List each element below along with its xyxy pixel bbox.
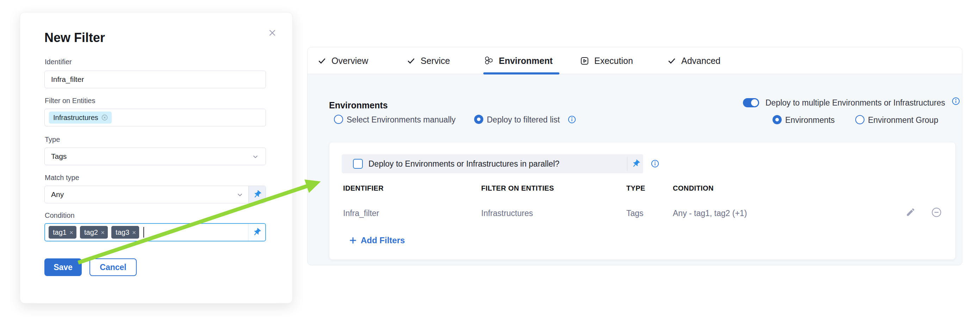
multi-env-toggle[interactable] [743,98,759,107]
identifier-label: Identifier [45,58,72,66]
stage-config-panel: Overview Service Environment [307,47,963,266]
stage-tabbar: Overview Service Environment [307,47,962,74]
type-select[interactable]: Tags [45,147,266,165]
tag-chip[interactable]: tag3 × [111,226,139,239]
parallel-checkbox[interactable] [353,159,363,169]
pushpin-icon [252,228,261,237]
environments-radio[interactable] [773,115,782,124]
deploy-filtered-label: Deploy to filtered list [487,115,560,125]
add-filters-button[interactable]: Add Filters [349,235,405,245]
tab-label: Advanced [681,56,721,66]
add-filters-label: Add Filters [361,235,405,245]
col-header-entities: FILTER ON ENTITIES [481,184,554,192]
condition-input[interactable]: tag1 × tag2 × tag3 × [45,223,266,242]
match-type-pin-button[interactable] [248,186,266,203]
entities-chip[interactable]: Infrastructures [49,112,112,123]
info-icon[interactable] [568,115,576,124]
row-identifier: Infra_filter [343,208,379,218]
parallel-pin-button[interactable] [631,159,640,168]
execution-icon [580,56,589,66]
condition-pin-button[interactable] [248,224,265,241]
identifier-input[interactable] [45,70,266,88]
environments-radio-label: Environments [785,115,835,125]
type-select-value: Tags [51,152,67,161]
pushpin-icon [253,190,262,199]
edit-filter-button[interactable] [906,207,916,217]
cancel-button[interactable]: Cancel [89,258,137,276]
col-header-identifier: IDENTIFIER [343,184,383,192]
col-header-type: TYPE [626,184,645,192]
tag-remove-icon[interactable]: × [69,229,73,236]
check-icon [317,56,326,65]
tab-label: Service [421,56,450,66]
entities-label: Filter on Entities [45,96,95,105]
environment-group-radio-label: Environment Group [868,115,938,125]
tag-remove-icon[interactable]: × [132,229,136,236]
condition-label: Condition [45,211,75,219]
tab-environment[interactable]: Environment [484,47,553,74]
entities-chip-label: Infrastructures [53,114,98,122]
environment-icon [484,56,494,66]
row-entities: Infrastructures [481,208,533,218]
tab-service[interactable]: Service [407,47,450,74]
row-type: Tags [626,208,644,218]
tab-overview[interactable]: Overview [317,47,368,74]
select-manually-label: Select Environments manually [347,115,455,125]
divider [627,157,627,171]
tag-chip[interactable]: tag1 × [49,226,76,239]
environment-group-radio[interactable] [855,115,864,124]
tab-advanced[interactable]: Advanced [667,47,721,74]
tag-chip[interactable]: tag2 × [80,226,108,239]
match-type-label: Match type [45,173,79,182]
tag-remove-icon[interactable]: × [101,229,105,236]
match-type-select-value: Any [51,190,64,199]
page: New Filter Identifier Filter on Entities… [0,0,980,317]
parallel-info-icon[interactable] [651,159,659,168]
toggle-knob [751,99,758,106]
plus-icon [349,236,357,245]
text-caret [143,227,144,238]
entities-input[interactable]: Infrastructures [45,109,266,126]
filters-card: Deploy to Environments or Infrastructure… [329,142,956,260]
modal-title: New Filter [45,31,105,45]
save-button[interactable]: Save [45,258,82,276]
check-icon [667,56,676,65]
environments-heading: Environments [329,99,388,111]
check-icon [407,56,416,65]
tag-label: tag3 [116,228,129,237]
multi-env-toggle-label: Deploy to multiple Environments or Infra… [765,98,945,108]
new-filter-modal: New Filter Identifier Filter on Entities… [20,12,293,304]
close-icon [267,27,278,38]
active-tab-underline [483,72,559,74]
chip-remove-icon[interactable] [101,114,108,121]
row-condition: Any - tag1, tag2 (+1) [673,208,747,218]
tag-label: tag1 [53,228,67,237]
chevron-down-icon [236,191,244,199]
col-header-condition: CONDITION [673,184,714,192]
tab-execution[interactable]: Execution [580,47,633,74]
parallel-checkbox-label: Deploy to Environments or Infrastructure… [369,159,559,169]
tab-label: Environment [499,56,553,66]
close-button[interactable] [266,26,278,39]
type-label: Type [45,135,60,144]
info-icon[interactable] [951,97,960,106]
parallel-strip: Deploy to Environments or Infrastructure… [342,154,643,173]
chevron-down-icon [251,153,259,161]
select-manually-radio[interactable] [334,115,343,124]
tag-label: tag2 [84,228,98,237]
deploy-filtered-radio[interactable] [474,115,483,124]
tab-label: Execution [594,56,633,66]
remove-filter-button[interactable] [931,207,942,218]
match-type-select[interactable]: Any [45,186,266,203]
tab-label: Overview [331,56,368,66]
